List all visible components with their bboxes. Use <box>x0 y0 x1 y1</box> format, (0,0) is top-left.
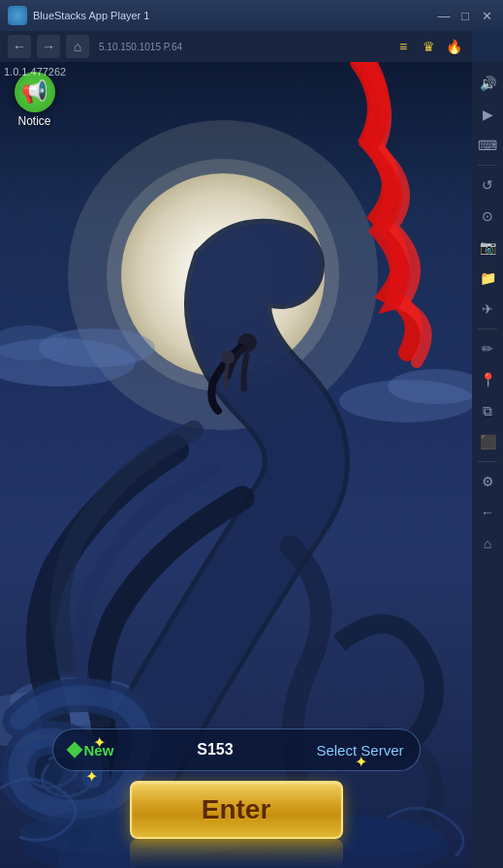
sparkle-left: ✦ <box>93 733 106 752</box>
notice-icon: 📢 <box>15 72 55 112</box>
layers-button[interactable]: ⧉ <box>474 397 501 424</box>
airplane-button[interactable]: ✈ <box>474 295 501 323</box>
rotate-button[interactable]: ↺ <box>474 171 501 199</box>
home-toolbar-button[interactable]: ⌂ <box>474 530 501 557</box>
back-arrow-button[interactable]: ← <box>474 499 501 526</box>
svg-point-12 <box>221 351 235 364</box>
sparkle-right: ✦ <box>355 753 367 771</box>
folder-button[interactable]: 📁 <box>474 264 501 292</box>
notice-button[interactable]: 📢 Notice <box>8 72 61 130</box>
toolbar-divider-1 <box>478 165 497 166</box>
title-bar-controls: — □ ✕ <box>435 7 495 24</box>
title-bar: BlueStacks App Player 1 — □ ✕ <box>0 0 503 31</box>
nav-home-button[interactable]: ⌂ <box>66 35 89 58</box>
minimize-button[interactable]: — <box>435 7 453 24</box>
version-text: 1.0.1.477262 <box>4 66 66 78</box>
play-button[interactable]: ▶ <box>474 101 501 128</box>
server-new: New <box>69 742 114 759</box>
enter-label: Enter <box>202 794 271 825</box>
nav-version-text: 5.10.150.1015 P.64 <box>99 42 182 52</box>
maximize-button[interactable]: □ <box>456 7 474 24</box>
settings-button[interactable]: ⚙ <box>474 468 501 495</box>
volume-button[interactable]: 🔊 <box>474 70 501 97</box>
nav-hamburger-button[interactable]: ≡ <box>393 36 414 57</box>
toolbar-divider-3 <box>478 461 497 462</box>
nav-back-button[interactable]: ← <box>8 35 31 58</box>
sparkle-left-2: ✦ <box>85 767 98 786</box>
nav-flame-button[interactable]: 🔥 <box>443 36 464 57</box>
server-name: S153 <box>197 741 233 759</box>
title-bar-left: BlueStacks App Player 1 <box>8 6 149 25</box>
toolbar-divider-2 <box>478 328 497 329</box>
target-button[interactable]: ⊙ <box>474 202 501 230</box>
nav-bar: ← → ⌂ 5.10.150.1015 P.64 ≡ ♛ 🔥 <box>0 31 472 62</box>
enter-button[interactable]: Enter <box>130 781 343 839</box>
notice-label: Notice <box>17 114 50 128</box>
block-button[interactable]: ⬛ <box>474 428 501 455</box>
screenshot-button[interactable]: 📷 <box>474 233 501 261</box>
nav-forward-button[interactable]: → <box>37 35 60 58</box>
right-toolbar: 🔊 ▶ ⌨ ↺ ⊙ 📷 📁 ✈ ✏ 📍 ⧉ ⬛ ⚙ ← ⌂ <box>472 62 503 868</box>
enter-button-reflection <box>130 839 343 868</box>
location-button[interactable]: 📍 <box>474 366 501 393</box>
new-diamond-icon <box>66 742 82 759</box>
version-overlay: 1.0.1.477262 <box>4 66 66 78</box>
title-text: BlueStacks App Player 1 <box>33 10 149 21</box>
app-icon <box>8 6 27 25</box>
edit-button[interactable]: ✏ <box>474 335 501 362</box>
nav-crown-button[interactable]: ♛ <box>418 36 439 57</box>
game-area: 1.0.1.477262 📢 Notice New S153 Select Se… <box>0 62 472 868</box>
game-background: 1.0.1.477262 📢 Notice New S153 Select Se… <box>0 62 472 868</box>
close-button[interactable]: ✕ <box>478 7 495 24</box>
nav-icons-right: ≡ ♛ 🔥 <box>393 36 464 57</box>
keyboard-button[interactable]: ⌨ <box>474 132 501 159</box>
